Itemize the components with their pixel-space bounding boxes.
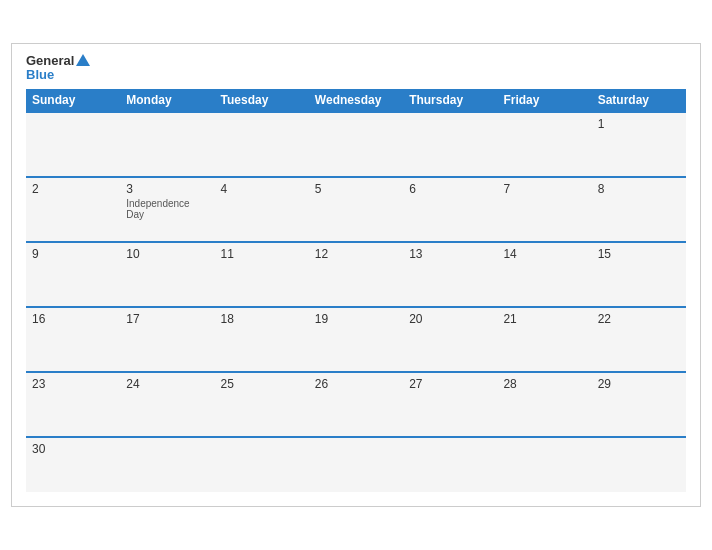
calendar-cell bbox=[403, 437, 497, 492]
calendar-cell: 24 bbox=[120, 372, 214, 437]
day-number: 14 bbox=[503, 247, 585, 261]
weekday-header-row: SundayMondayTuesdayWednesdayThursdayFrid… bbox=[26, 89, 686, 112]
day-number: 26 bbox=[315, 377, 397, 391]
calendar-cell bbox=[120, 437, 214, 492]
calendar-cell bbox=[309, 112, 403, 177]
day-number: 6 bbox=[409, 182, 491, 196]
weekday-header-tuesday: Tuesday bbox=[215, 89, 309, 112]
calendar-cell: 12 bbox=[309, 242, 403, 307]
calendar-cell bbox=[497, 437, 591, 492]
day-number: 22 bbox=[598, 312, 680, 326]
day-number: 19 bbox=[315, 312, 397, 326]
calendar-table: SundayMondayTuesdayWednesdayThursdayFrid… bbox=[26, 89, 686, 492]
calendar-cell: 26 bbox=[309, 372, 403, 437]
day-number: 29 bbox=[598, 377, 680, 391]
day-number: 23 bbox=[32, 377, 114, 391]
calendar-cell bbox=[592, 437, 686, 492]
calendar-cell bbox=[215, 437, 309, 492]
day-number: 25 bbox=[221, 377, 303, 391]
day-event: Independence Day bbox=[126, 198, 208, 220]
weekday-header-saturday: Saturday bbox=[592, 89, 686, 112]
calendar-cell: 28 bbox=[497, 372, 591, 437]
calendar-cell: 29 bbox=[592, 372, 686, 437]
day-number: 24 bbox=[126, 377, 208, 391]
calendar-cell: 8 bbox=[592, 177, 686, 242]
calendar-cell: 16 bbox=[26, 307, 120, 372]
week-row-4: 23242526272829 bbox=[26, 372, 686, 437]
weekday-header-wednesday: Wednesday bbox=[309, 89, 403, 112]
week-row-2: 9101112131415 bbox=[26, 242, 686, 307]
calendar-cell: 18 bbox=[215, 307, 309, 372]
logo-general-text: General bbox=[26, 54, 90, 68]
weekday-header-friday: Friday bbox=[497, 89, 591, 112]
day-number: 5 bbox=[315, 182, 397, 196]
calendar-cell: 20 bbox=[403, 307, 497, 372]
calendar-cell: 13 bbox=[403, 242, 497, 307]
day-number: 10 bbox=[126, 247, 208, 261]
calendar-cell: 9 bbox=[26, 242, 120, 307]
calendar-cell: 2 bbox=[26, 177, 120, 242]
calendar-cell bbox=[215, 112, 309, 177]
week-row-3: 16171819202122 bbox=[26, 307, 686, 372]
day-number: 27 bbox=[409, 377, 491, 391]
calendar-cell: 25 bbox=[215, 372, 309, 437]
calendar-cell: 7 bbox=[497, 177, 591, 242]
calendar-container: General Blue SundayMondayTuesdayWednesda… bbox=[11, 43, 701, 507]
calendar-cell: 3Independence Day bbox=[120, 177, 214, 242]
calendar-cell: 15 bbox=[592, 242, 686, 307]
calendar-cell: 30 bbox=[26, 437, 120, 492]
calendar-cell: 21 bbox=[497, 307, 591, 372]
day-number: 28 bbox=[503, 377, 585, 391]
day-number: 16 bbox=[32, 312, 114, 326]
calendar-cell bbox=[497, 112, 591, 177]
calendar-cell: 17 bbox=[120, 307, 214, 372]
day-number: 8 bbox=[598, 182, 680, 196]
weekday-header-sunday: Sunday bbox=[26, 89, 120, 112]
calendar-cell: 5 bbox=[309, 177, 403, 242]
day-number: 4 bbox=[221, 182, 303, 196]
day-number: 2 bbox=[32, 182, 114, 196]
day-number: 30 bbox=[32, 442, 114, 456]
day-number: 17 bbox=[126, 312, 208, 326]
day-number: 9 bbox=[32, 247, 114, 261]
calendar-cell: 11 bbox=[215, 242, 309, 307]
day-number: 3 bbox=[126, 182, 208, 196]
day-number: 21 bbox=[503, 312, 585, 326]
day-number: 12 bbox=[315, 247, 397, 261]
calendar-cell: 22 bbox=[592, 307, 686, 372]
calendar-cell bbox=[26, 112, 120, 177]
week-row-5: 30 bbox=[26, 437, 686, 492]
day-number: 11 bbox=[221, 247, 303, 261]
calendar-cell: 6 bbox=[403, 177, 497, 242]
calendar-cell: 4 bbox=[215, 177, 309, 242]
week-row-1: 23Independence Day45678 bbox=[26, 177, 686, 242]
calendar-cell: 10 bbox=[120, 242, 214, 307]
logo-blue-text: Blue bbox=[26, 68, 90, 81]
calendar-cell bbox=[309, 437, 403, 492]
day-number: 15 bbox=[598, 247, 680, 261]
calendar-cell: 14 bbox=[497, 242, 591, 307]
week-row-0: 1 bbox=[26, 112, 686, 177]
weekday-header-monday: Monday bbox=[120, 89, 214, 112]
calendar-cell: 19 bbox=[309, 307, 403, 372]
weekday-header-thursday: Thursday bbox=[403, 89, 497, 112]
day-number: 13 bbox=[409, 247, 491, 261]
day-number: 1 bbox=[598, 117, 680, 131]
day-number: 18 bbox=[221, 312, 303, 326]
day-number: 20 bbox=[409, 312, 491, 326]
calendar-cell: 23 bbox=[26, 372, 120, 437]
calendar-cell bbox=[403, 112, 497, 177]
calendar-cell: 27 bbox=[403, 372, 497, 437]
logo: General Blue bbox=[26, 54, 90, 81]
logo-triangle-icon bbox=[76, 54, 90, 66]
day-number: 7 bbox=[503, 182, 585, 196]
calendar-header: General Blue bbox=[26, 54, 686, 81]
calendar-cell bbox=[120, 112, 214, 177]
calendar-cell: 1 bbox=[592, 112, 686, 177]
